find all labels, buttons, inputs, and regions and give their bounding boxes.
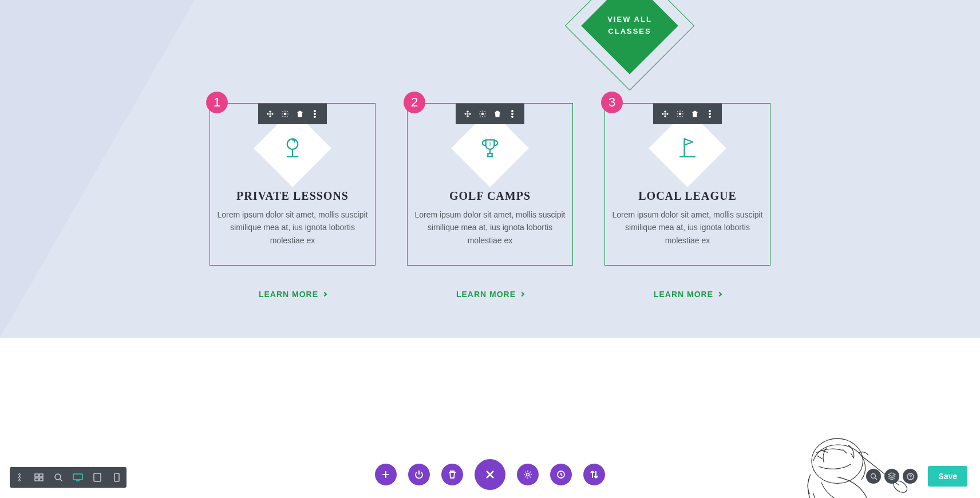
svg-point-18 [19,480,21,481]
svg-point-31 [910,478,911,479]
sort-button[interactable] [583,464,605,485]
view-all-text: VIEW ALL CLASSES [607,14,652,38]
more-icon[interactable] [702,104,717,124]
svg-point-0 [284,113,286,115]
card-local-league[interactable]: LOCAL LEAGUE Lorem ipsum dolor sit amet,… [604,103,770,266]
search-mini-icon[interactable] [866,469,881,484]
helper-group: Save [866,466,967,487]
card-desc: Lorem ipsum dolor sit amet, mollis susci… [414,208,566,247]
card-title: GOLF CAMPS [414,189,566,203]
svg-point-11 [709,110,711,112]
save-button[interactable]: Save [928,466,967,487]
svg-rect-19 [35,474,38,477]
card-badge: 1 [206,92,228,113]
module-toolbar [653,104,722,124]
trash-icon[interactable] [490,104,505,124]
more-icon[interactable] [307,104,322,124]
card-badge: 3 [601,92,623,113]
hero-section: VIEW ALL CLASSES 1 [0,0,980,338]
cards-row: 1 PRIVATE LE [0,92,980,299]
svg-rect-20 [39,474,43,477]
svg-point-12 [709,113,711,115]
move-icon[interactable] [658,104,673,124]
learn-more-label: LEARN MORE [259,290,318,299]
move-icon[interactable] [263,104,278,124]
wireframe-icon[interactable] [29,467,49,488]
trash-icon[interactable] [293,104,307,124]
svg-rect-21 [35,478,38,481]
svg-point-8 [512,116,513,118]
trophy-icon: 1 [476,134,504,163]
learn-more-button[interactable]: LEARN MORE [654,290,721,299]
zoom-icon[interactable] [49,467,68,488]
module-toolbar [456,104,524,124]
power-button[interactable] [408,464,430,485]
svg-point-13 [709,116,711,118]
move-icon[interactable] [460,104,475,124]
card-private-lessons[interactable]: PRIVATE LESSONS Lorem ipsum dolor sit am… [210,103,376,266]
settings-button[interactable] [517,464,539,485]
history-button[interactable] [550,464,572,485]
trash-icon[interactable] [687,104,702,124]
more-icon[interactable] [505,104,520,124]
learn-more-button[interactable]: LEARN MORE [259,290,326,299]
phone-icon[interactable] [107,467,127,488]
help-mini-icon[interactable] [903,469,918,484]
svg-point-10 [679,113,681,115]
card-desc: Lorem ipsum dolor sit amet, mollis susci… [612,208,763,247]
add-button[interactable] [375,464,397,485]
svg-rect-26 [114,473,119,481]
module-toolbar [258,104,327,124]
learn-more-label: LEARN MORE [456,290,516,299]
svg-point-5 [481,113,484,115]
card-column-1: 1 PRIVATE LE [210,92,376,299]
card-badge: 2 [404,92,425,113]
gear-icon[interactable] [278,104,293,124]
layers-mini-icon[interactable] [884,469,899,484]
view-toolbar [10,467,127,488]
svg-point-3 [314,116,316,118]
trash-button[interactable] [441,464,463,485]
svg-point-2 [314,113,316,115]
svg-text:1: 1 [489,141,491,147]
svg-rect-22 [39,478,43,481]
golfer-illustration [762,424,923,498]
chevron-right-icon [520,292,524,297]
gear-icon[interactable] [475,104,490,124]
tablet-icon[interactable] [88,467,107,488]
svg-point-23 [55,474,61,480]
page-controls [375,459,605,490]
svg-point-27 [527,473,529,476]
chevron-right-icon [717,292,722,297]
chevron-right-icon [322,292,327,297]
learn-more-button[interactable]: LEARN MORE [456,290,524,299]
gear-icon[interactable] [673,104,687,124]
svg-point-16 [19,474,21,476]
more-vert-icon[interactable] [10,467,29,488]
svg-rect-25 [94,473,101,481]
card-column-3: 3 LOCAL LEAGUE Lorem ipsum dolor s [604,92,770,299]
card-desc: Lorem ipsum dolor sit amet, mollis susci… [217,208,368,247]
svg-point-14 [812,438,863,483]
card-column-2: 2 1 [407,92,573,299]
golf-tee-icon [278,134,307,163]
desktop-icon[interactable] [68,467,88,488]
svg-point-7 [512,113,513,115]
svg-rect-24 [73,474,82,480]
card-golf-camps[interactable]: 1 GOLF CAMPS Lorem ipsum dolor sit amet,… [407,103,573,266]
svg-point-17 [19,477,21,479]
flag-icon [673,134,702,163]
learn-more-label: LEARN MORE [654,290,713,299]
view-all-inner-diamond: VIEW ALL CLASSES [581,0,678,74]
svg-point-29 [871,473,875,478]
card-title: LOCAL LEAGUE [612,189,763,203]
card-title: PRIVATE LESSONS [217,189,368,203]
svg-point-6 [512,110,513,112]
close-button[interactable] [475,459,505,490]
svg-point-1 [314,110,316,112]
